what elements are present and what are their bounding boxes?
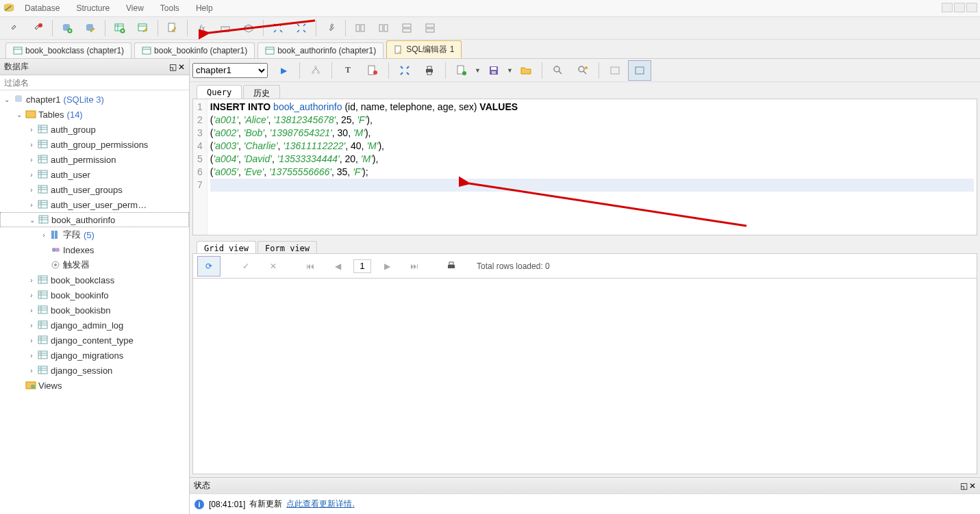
- chevron-right-icon[interactable]: ›: [27, 292, 36, 299]
- chevron-down-icon[interactable]: ⌄: [3, 96, 11, 103]
- new-table-button[interactable]: [108, 18, 131, 38]
- window-max[interactable]: [954, 3, 965, 12]
- clear-button[interactable]: [361, 60, 384, 81]
- open-button[interactable]: [514, 60, 538, 81]
- history-button[interactable]: [393, 60, 416, 81]
- tree-table-row[interactable]: › auth_permission: [0, 152, 189, 167]
- sidebar-undock-icon[interactable]: ◱: [169, 62, 177, 72]
- chevron-right-icon[interactable]: ›: [27, 277, 36, 284]
- tab-bookclass[interactable]: book_bookclass (chapter1): [5, 42, 131, 58]
- chevron-icon[interactable]: ›: [40, 231, 48, 239]
- tree-db-row[interactable]: ⌄ chapter1 (SQLite 3): [0, 92, 189, 107]
- chevron-right-icon[interactable]: ›: [27, 352, 36, 359]
- chevron-down-icon[interactable]: ⌄: [15, 111, 23, 118]
- chevron-right-icon[interactable]: ›: [27, 367, 36, 374]
- zoom-expand-button[interactable]: [290, 18, 313, 38]
- tab-grid-view[interactable]: Grid view: [197, 241, 256, 253]
- chevron-right-icon[interactable]: ›: [27, 186, 36, 194]
- tree-table-row[interactable]: › book_bookclass: [0, 272, 189, 287]
- tree-table-row[interactable]: › django_content_type: [0, 333, 189, 348]
- filter-input[interactable]: [0, 75, 189, 90]
- chevron-right-icon[interactable]: ›: [27, 307, 36, 314]
- chevron-right-icon[interactable]: ›: [27, 141, 36, 149]
- chevron-right-icon[interactable]: ›: [27, 337, 36, 344]
- explain-button[interactable]: [304, 60, 327, 81]
- tab-form-view[interactable]: Form view: [257, 241, 317, 253]
- rollback-button[interactable]: ✕: [262, 256, 285, 277]
- panel-button[interactable]: [603, 60, 627, 81]
- tree-table-row[interactable]: › book_bookinfo: [0, 287, 189, 303]
- dropdown-arrow[interactable]: ▼: [475, 67, 481, 74]
- first-page-button[interactable]: ⏮: [299, 256, 322, 277]
- tree-table-row[interactable]: › django_session: [0, 363, 189, 378]
- load-button[interactable]: [450, 60, 473, 81]
- search-settings-button[interactable]: [571, 60, 594, 81]
- save-button[interactable]: [482, 60, 505, 81]
- prev-page-button[interactable]: ◀: [326, 256, 349, 277]
- next-page-button[interactable]: ▶: [375, 256, 399, 277]
- connect-db-button[interactable]: [3, 18, 26, 38]
- print-button[interactable]: [418, 60, 441, 81]
- tree-table-row[interactable]: › auth_group_permissions: [0, 137, 189, 152]
- tree-tables-row[interactable]: ⌄ Tables (14): [0, 107, 189, 122]
- tree-columns-row[interactable]: › 字段 (5): [0, 227, 189, 242]
- tree-table-row[interactable]: ⌄ book_authorinfo: [0, 212, 189, 227]
- refresh-button[interactable]: ⟳: [197, 256, 221, 277]
- layout-3-button[interactable]: [395, 18, 418, 38]
- chevron-right-icon[interactable]: ›: [27, 201, 36, 209]
- menu-structure[interactable]: Structure: [68, 3, 118, 13]
- layout-2-button[interactable]: [372, 18, 395, 38]
- status-link[interactable]: 点此查看更新详情.: [286, 498, 354, 510]
- last-page-button[interactable]: ⏭: [403, 256, 426, 277]
- format-button[interactable]: T: [336, 60, 360, 81]
- export-button[interactable]: [214, 18, 237, 38]
- sidebar-close-icon[interactable]: ✕: [178, 62, 185, 72]
- code-area[interactable]: INSERT INTO book_authorinfo (id, name, t…: [208, 99, 977, 235]
- chevron-right-icon[interactable]: ›: [27, 156, 36, 164]
- db-selector[interactable]: chapter1: [192, 63, 268, 78]
- search-button[interactable]: [546, 60, 570, 81]
- result-print-button[interactable]: [440, 256, 463, 277]
- tree-table-row[interactable]: › django_admin_log: [0, 318, 189, 333]
- edit-db-button[interactable]: [79, 18, 102, 38]
- status-close-icon[interactable]: ✕: [969, 481, 976, 491]
- tab-bookinfo[interactable]: book_bookinfo (chapter1): [134, 42, 255, 58]
- window-close[interactable]: [966, 3, 977, 12]
- add-db-button[interactable]: [55, 18, 79, 38]
- tree-table-row[interactable]: › auth_user_groups: [0, 182, 189, 197]
- window-min[interactable]: [942, 3, 953, 12]
- tree-table-row[interactable]: › book_bookisbn: [0, 303, 189, 318]
- chevron-right-icon[interactable]: ⌄: [28, 216, 36, 224]
- fx-button[interactable]: fx: [190, 18, 214, 38]
- menu-tools[interactable]: Tools: [152, 3, 188, 13]
- layout-4-button[interactable]: [418, 18, 442, 38]
- edit-table-button[interactable]: [131, 18, 155, 38]
- execute-button[interactable]: ▶: [272, 60, 295, 81]
- disconnect-db-button[interactable]: [26, 18, 49, 38]
- status-undock-icon[interactable]: ◱: [960, 481, 968, 491]
- menu-help[interactable]: Help: [188, 3, 221, 13]
- tree-table-row[interactable]: › auth_group: [0, 122, 189, 137]
- import-button[interactable]: [237, 18, 260, 38]
- zoom-fit-button[interactable]: [266, 18, 290, 38]
- tree-table-row[interactable]: › auth_user_user_perm…: [0, 197, 189, 212]
- chevron-right-icon[interactable]: ›: [27, 322, 36, 329]
- panel-full-button[interactable]: [628, 60, 651, 81]
- commit-button[interactable]: ✓: [234, 256, 257, 277]
- tree-views-row[interactable]: Views: [0, 378, 189, 393]
- menu-database[interactable]: Database: [16, 3, 68, 13]
- wrench-button[interactable]: [319, 18, 342, 38]
- chevron-right-icon[interactable]: ›: [27, 171, 36, 179]
- tab-history[interactable]: 历史: [243, 85, 280, 99]
- tree-table-row[interactable]: › django_migrations: [0, 348, 189, 363]
- tab-authorinfo[interactable]: book_authorinfo (chapter1): [257, 42, 384, 58]
- chevron-right-icon[interactable]: ›: [27, 126, 36, 133]
- sql-editor-button[interactable]: [161, 18, 184, 38]
- tab-sqleditor[interactable]: SQL编辑器 1: [386, 40, 462, 58]
- tree-table-row[interactable]: › auth_user: [0, 167, 189, 182]
- tree-indexes-row[interactable]: Indexes: [0, 242, 189, 257]
- menu-view[interactable]: View: [118, 3, 152, 13]
- layout-1-button[interactable]: [349, 18, 372, 38]
- page-input[interactable]: [353, 259, 371, 273]
- result-grid[interactable]: [192, 278, 977, 474]
